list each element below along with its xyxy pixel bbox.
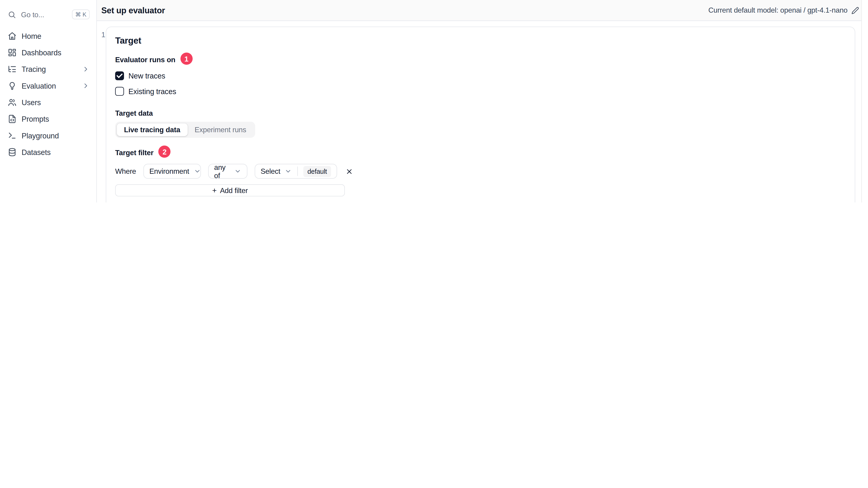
shortcut-kbd: ⌘ K <box>72 9 90 19</box>
goto-search[interactable]: Go to... ⌘ K <box>0 5 96 23</box>
divider <box>298 167 298 176</box>
filter-column-select[interactable]: Environment <box>143 164 201 179</box>
remove-filter-icon[interactable] <box>345 167 353 175</box>
app-window: Go to... ⌘ K HomeDashboardsTracingEvalua… <box>0 0 868 202</box>
tab-live-tracing-data[interactable]: Live tracing data <box>117 124 188 136</box>
page-title: Set up evaluator <box>101 5 165 15</box>
sidebar-item-label: Home <box>22 32 41 40</box>
chevron-right-icon <box>82 65 90 73</box>
sidebar-item-datasets[interactable]: Datasets <box>0 144 96 160</box>
filter-operator-select[interactable]: any of <box>208 164 247 179</box>
evaluation-icon <box>8 81 17 90</box>
target-filter-label: Target filter <box>115 149 153 157</box>
annotation-badge-1: 1 <box>180 53 192 65</box>
annotation-badge-2: 2 <box>158 145 170 158</box>
dashboards-icon <box>8 48 17 57</box>
sidebar-item-label: Playground <box>22 132 59 140</box>
sidebar-item-label: Prompts <box>22 115 49 123</box>
sidebar-item-label: Tracing <box>22 65 46 73</box>
default-model-info: Current default model: openai / gpt-4.1-… <box>708 6 859 14</box>
sidebar-item-label: Dashboards <box>22 48 61 57</box>
add-filter-button[interactable]: + Add filter <box>115 184 345 196</box>
sidebar-item-label: Datasets <box>22 148 51 156</box>
default-model-label: Current default model: openai / gpt-4.1-… <box>708 6 847 14</box>
checkbox-unchecked-icon <box>115 87 124 96</box>
filter-value-chip: default <box>304 166 331 177</box>
chevron-down-icon <box>234 168 241 175</box>
home-icon <box>8 31 17 40</box>
filter-value-select[interactable]: Select default <box>254 164 337 179</box>
sidebar-item-playground[interactable]: Playground <box>0 127 96 144</box>
goto-label: Go to... <box>21 10 44 19</box>
checkbox-new-traces[interactable]: New traces <box>115 70 846 81</box>
checkbox-existing-traces[interactable]: Existing traces <box>115 86 846 97</box>
scrollbar-gutter[interactable] <box>861 0 868 202</box>
target-data-label: Target data <box>115 109 846 117</box>
target-card: Target Evaluator runs on1 New traces Exi… <box>105 27 855 202</box>
runs-on-row: Evaluator runs on1 <box>115 54 846 66</box>
target-data-tabs: Live tracing data Experiment runs <box>115 122 255 138</box>
runs-on-label: Evaluator runs on <box>115 56 175 64</box>
plus-icon: + <box>212 186 217 195</box>
sidebar-item-home[interactable]: Home <box>0 28 96 44</box>
tracing-icon <box>8 65 17 74</box>
chevron-down-icon <box>193 168 201 175</box>
prompts-icon <box>8 115 17 124</box>
sidebar: Go to... ⌘ K HomeDashboardsTracingEvalua… <box>0 0 97 202</box>
sidebar-item-dashboards[interactable]: Dashboards <box>0 44 96 61</box>
where-label: Where <box>115 167 136 175</box>
playground-icon <box>8 131 17 140</box>
sidebar-item-label: Users <box>22 98 41 106</box>
filter-builder-row: Where Environment any of Select default <box>115 164 846 179</box>
main-area: Set up evaluator Current default model: … <box>97 0 868 202</box>
chevron-right-icon <box>82 82 90 90</box>
chevron-down-icon <box>285 168 292 175</box>
topbar: Set up evaluator Current default model: … <box>97 0 868 21</box>
sidebar-item-evaluation[interactable]: Evaluation <box>0 77 96 94</box>
datasets-icon <box>8 148 17 157</box>
sidebar-item-label: Evaluation <box>22 82 56 90</box>
sidebar-item-users[interactable]: Users <box>0 94 96 111</box>
edit-pencil-icon[interactable] <box>851 6 859 14</box>
users-icon <box>8 98 17 107</box>
target-heading: Target <box>115 36 846 46</box>
search-icon <box>8 10 16 19</box>
sidebar-item-tracing[interactable]: Tracing <box>0 61 96 77</box>
sidebar-nav: HomeDashboardsTracingEvaluationUsersProm… <box>0 28 96 161</box>
target-filter-row: Target filter2 <box>115 147 846 159</box>
sidebar-item-prompts[interactable]: Prompts <box>0 111 96 127</box>
checkbox-checked-icon <box>115 71 124 80</box>
tab-experiment-runs[interactable]: Experiment runs <box>187 124 253 136</box>
